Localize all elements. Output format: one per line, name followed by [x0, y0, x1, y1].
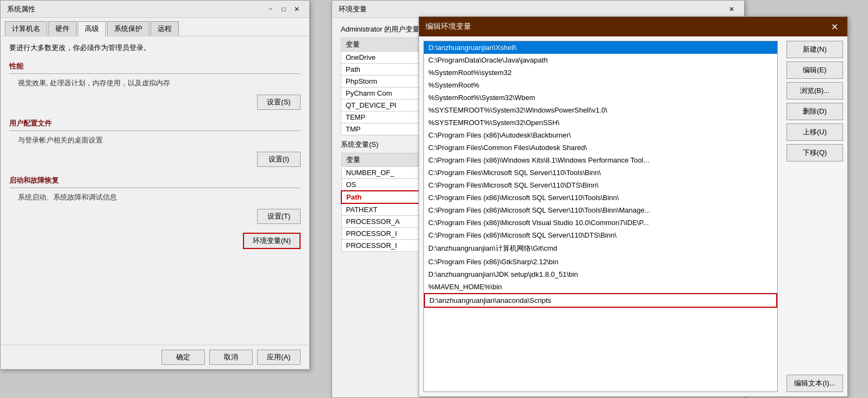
apply-button[interactable]: 应用(A): [257, 350, 301, 365]
path-item-18[interactable]: D:\anzhuangruanjian\JDK setup\jdk1.8.0_5…: [424, 268, 777, 281]
path-item-17[interactable]: C:\Program Files (x86)\GtkSharp\2.12\bin: [424, 256, 777, 268]
tab-hardware[interactable]: 硬件: [48, 21, 77, 36]
path-item-6[interactable]: %SYSTEMROOT%\System32\OpenSSH\: [424, 116, 777, 129]
ok-button[interactable]: 确定: [161, 350, 205, 365]
sys-props-minimize[interactable]: －: [265, 3, 277, 15]
sys-props-title-bar: 系统属性 － □ ✕: [1, 1, 309, 18]
edit-env-content: D:\anzhuangruanjian\Xshell\ C:\ProgramDa…: [419, 36, 847, 396]
new-btn[interactable]: 新建(N): [786, 41, 843, 58]
admin-notice: 要进行大多数更改，你必须作为管理员登录。: [9, 43, 301, 53]
tab-remote[interactable]: 远程: [151, 21, 179, 36]
move-up-btn[interactable]: 上移(U): [786, 123, 843, 141]
env-vars-button[interactable]: 环境变量(N): [243, 233, 301, 249]
cancel-button[interactable]: 取消: [209, 350, 253, 365]
edit-env-window: 编辑环境变量 ✕ D:\anzhuangruanjian\Xshell\ C:\…: [419, 16, 848, 397]
env-vars-controls: ✕: [726, 3, 738, 15]
env-vars-close[interactable]: ✕: [726, 3, 738, 15]
path-item-7[interactable]: C:\Program Files (x86)\Autodesk\Backburn…: [424, 129, 777, 141]
path-item-15[interactable]: C:\Program Files (x86)\Microsoft SQL Ser…: [424, 229, 777, 241]
path-item-10[interactable]: C:\Program Files\Microsoft SQL Server\11…: [424, 166, 777, 179]
path-item-5[interactable]: %SYSTEMROOT%\System32\WindowsPowerShell\…: [424, 104, 777, 116]
env-vars-title-bar: 环境变量 ✕: [332, 1, 744, 18]
path-item-14[interactable]: C:\Program Files (x86)\Microsoft Visual …: [424, 216, 777, 229]
user-profile-desc: 与登录帐户相关的桌面设置: [18, 135, 301, 145]
tab-computer-name[interactable]: 计算机名: [5, 21, 47, 36]
sys-props-title: 系统属性: [7, 4, 35, 14]
path-item-8[interactable]: C:\Program Files\Common Files\Autodesk S…: [424, 141, 777, 154]
move-down-btn[interactable]: 下移(Q): [786, 144, 843, 161]
path-list-container: D:\anzhuangruanjian\Xshell\ C:\ProgramDa…: [419, 36, 782, 396]
tab-advanced[interactable]: 高级: [78, 21, 106, 36]
delete-btn[interactable]: 删除(D): [786, 103, 843, 120]
sys-props-maximize[interactable]: □: [278, 3, 290, 15]
path-item-16[interactable]: D:\anzhuangruanjian\计算机网络\Git\cmd: [424, 241, 777, 256]
path-item-12[interactable]: C:\Program Files (x86)\Microsoft SQL Ser…: [424, 191, 777, 204]
startup-section: 启动和故障恢复 系统启动、系统故障和调试信息 设置(T): [9, 176, 301, 224]
user-profile-header: 用户配置文件: [9, 119, 301, 128]
edit-env-title: 编辑环境变量: [426, 22, 471, 32]
path-item-3[interactable]: %SystemRoot%: [424, 79, 777, 91]
startup-header: 启动和故障恢复: [9, 176, 301, 185]
tabs-bar: 计算机名 硬件 高级 系统保护 远程: [1, 18, 309, 36]
path-item-13[interactable]: C:\Program Files (x86)\Microsoft SQL Ser…: [424, 204, 777, 216]
performance-desc: 视觉效果, 处理器计划，内存使用，以及虚拟内存: [18, 78, 301, 88]
sys-props-bottom-buttons: 确定 取消 应用(A): [1, 345, 309, 369]
sys-props-controls: － □ ✕: [265, 3, 303, 15]
tab-system-protection[interactable]: 系统保护: [107, 21, 149, 36]
sys-props-close[interactable]: ✕: [291, 3, 303, 15]
edit-env-title-bar: 编辑环境变量 ✕: [419, 17, 847, 36]
path-item-19[interactable]: %MAVEN_HOME%\bin: [424, 281, 777, 293]
path-item-20[interactable]: D:\anzhuangruanjian\anaconda\Scripts: [424, 293, 777, 308]
edit-env-close-btn[interactable]: ✕: [828, 20, 841, 33]
performance-settings-btn[interactable]: 设置(S): [257, 95, 301, 110]
path-item-9[interactable]: C:\Program Files (x86)\Windows Kits\8.1\…: [424, 154, 777, 166]
env-vars-title: 环境变量: [339, 4, 367, 14]
path-item-0[interactable]: D:\anzhuangruanjian\Xshell\: [424, 41, 777, 54]
browse-btn[interactable]: 浏览(B)...: [786, 82, 843, 100]
path-item-11[interactable]: C:\Program Files\Microsoft SQL Server\11…: [424, 179, 777, 191]
edit-env-buttons: 新建(N) 编辑(E) 浏览(B)... 删除(D) 上移(U) 下移(Q) 编…: [782, 36, 847, 396]
performance-header: 性能: [9, 61, 301, 71]
path-item-4[interactable]: %SystemRoot%\System32\Wbem: [424, 91, 777, 104]
edit-text-btn[interactable]: 编辑文本(I)...: [786, 375, 843, 392]
startup-desc: 系统启动、系统故障和调试信息: [18, 192, 301, 202]
performance-section: 性能 视觉效果, 处理器计划，内存使用，以及虚拟内存 设置(S): [9, 61, 301, 110]
user-profile-settings-btn[interactable]: 设置(I): [257, 152, 301, 167]
system-properties-window: 系统属性 － □ ✕ 计算机名 硬件 高级 系统保护 远程 要进行大多数更改，你…: [0, 0, 310, 370]
edit-btn[interactable]: 编辑(E): [786, 61, 843, 79]
path-item-1[interactable]: C:\ProgramData\Oracle\Java\javapath: [424, 54, 777, 66]
sys-props-content: 要进行大多数更改，你必须作为管理员登录。 性能 视觉效果, 处理器计划，内存使用…: [1, 36, 309, 256]
path-list[interactable]: D:\anzhuangruanjian\Xshell\ C:\ProgramDa…: [423, 41, 778, 392]
path-item-2[interactable]: %SystemRoot%\system32: [424, 66, 777, 79]
startup-settings-btn[interactable]: 设置(T): [257, 209, 301, 224]
user-profile-section: 用户配置文件 与登录帐户相关的桌面设置 设置(I): [9, 119, 301, 167]
